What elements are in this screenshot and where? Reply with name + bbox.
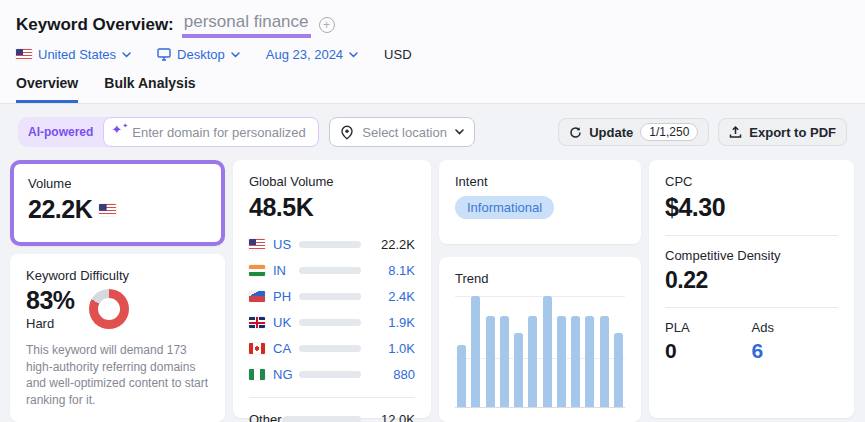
location-select[interactable]: Select location (329, 117, 475, 147)
device-filter-label: Desktop (177, 47, 225, 62)
difficulty-description: This keyword will demand 173 high-author… (26, 342, 209, 408)
domain-input[interactable] (103, 117, 319, 147)
country-row: CA 1.0K (249, 338, 415, 359)
country-volume-value[interactable]: 2.4K (371, 289, 415, 304)
volume-bar-track (299, 267, 361, 274)
ai-domain-control: AI-powered ✦✦ (18, 117, 319, 147)
column-3: Intent Informational Trend (439, 160, 641, 422)
competitive-density-section: Competitive Density 0.22 (665, 248, 838, 294)
us-flag-icon (16, 49, 32, 60)
trend-card: Trend (439, 257, 641, 422)
ads-block: Ads 6 (752, 320, 839, 363)
trend-bar (585, 316, 594, 407)
export-pdf-label: Export to PDF (749, 125, 836, 140)
volume-bar-track (299, 345, 361, 352)
trend-bar (528, 316, 537, 407)
country-code-link[interactable]: CA (273, 341, 299, 356)
chevron-down-icon (231, 52, 240, 58)
country-code-link[interactable]: IN (273, 263, 299, 278)
export-pdf-button[interactable]: Export to PDF (718, 118, 847, 146)
trend-bar (614, 333, 623, 407)
currency-label: USD (384, 47, 411, 62)
update-quota-badge: 1/1,250 (640, 123, 698, 141)
date-filter-label: Aug 23, 2024 (266, 47, 343, 62)
filters-row: United States Desktop Aug 23, 2024 USD (16, 47, 849, 62)
trend-chart (455, 296, 625, 408)
trend-bar (557, 316, 566, 407)
country-code-link[interactable]: PH (273, 289, 299, 304)
pla-value: 0 (665, 339, 752, 363)
toolbar-right: Update 1/1,250 Export to PDF (558, 118, 847, 146)
cpc-label: CPC (665, 174, 838, 189)
trend-bar (514, 333, 523, 407)
country-volume-value[interactable]: 880 (371, 367, 415, 382)
refresh-icon (569, 126, 582, 139)
country-volume-value[interactable]: 8.1K (371, 263, 415, 278)
update-button[interactable]: Update 1/1,250 (558, 118, 709, 146)
add-keyword-icon[interactable]: + (319, 17, 335, 33)
trend-bar (571, 316, 580, 407)
global-volume-rows: US 22.2K IN 8.1K PH 2.4K (249, 234, 415, 422)
intent-badge[interactable]: Informational (455, 196, 554, 219)
competitive-density-value: 0.22 (665, 267, 838, 294)
toolbar: AI-powered ✦✦ Select location Update 1/1… (18, 117, 847, 147)
country-row: PH 2.4K (249, 286, 415, 307)
canada-flag-icon (249, 343, 265, 354)
metrics-card: CPC $4.30 Competitive Density 0.22 PLA 0… (649, 160, 854, 418)
other-volume-value: 12.0K (371, 412, 415, 422)
country-volume-value[interactable]: 1.0K (371, 341, 415, 356)
volume-label: Volume (28, 176, 207, 191)
chart-baseline (455, 407, 625, 408)
us-flag-icon (99, 204, 116, 216)
chevron-down-icon (455, 129, 464, 135)
country-filter[interactable]: United States (16, 47, 131, 62)
domain-input-wrap: ✦✦ (103, 117, 319, 147)
difficulty-donut (89, 289, 129, 329)
difficulty-value: 83% (26, 286, 75, 315)
global-volume-label: Global Volume (249, 174, 415, 189)
update-button-label: Update (589, 125, 633, 140)
country-row: US 22.2K (249, 234, 415, 255)
global-volume-value: 48.5K (249, 193, 415, 222)
sparkles-icon: ✦✦ (111, 122, 128, 137)
country-code-link[interactable]: UK (273, 315, 299, 330)
cpc-value: $4.30 (665, 193, 838, 222)
country-volume-value[interactable]: 1.9K (371, 315, 415, 330)
volume-value: 22.2K (28, 195, 92, 224)
tab-bulk-analysis[interactable]: Bulk Analysis (104, 75, 195, 103)
nigeria-flag-icon (249, 369, 265, 380)
difficulty-level: Hard (26, 316, 75, 331)
cpc-section: CPC $4.30 (665, 174, 838, 222)
volume-bar-track (299, 319, 361, 326)
trend-bar (500, 316, 509, 407)
other-label: Other (249, 412, 283, 422)
volume-card: Volume 22.2K (10, 160, 225, 246)
title-row: Keyword Overview: personal finance + (16, 12, 849, 38)
country-row: NG 880 (249, 364, 415, 385)
location-pin-icon (340, 125, 354, 140)
philippines-flag-icon (249, 291, 265, 302)
difficulty-main: 83% Hard (26, 286, 209, 331)
pla-ads-section: PLA 0 Ads 6 (665, 320, 838, 363)
country-code-link[interactable]: NG (273, 367, 299, 382)
column-2: Global Volume 48.5K US 22.2K IN 8.1K (233, 160, 431, 422)
other-row: Other 12.0K (249, 409, 415, 422)
trend-bar (471, 296, 480, 407)
upload-icon (729, 125, 742, 139)
volume-bar-track (299, 241, 361, 248)
country-row: UK 1.9K (249, 312, 415, 333)
trend-bars (457, 296, 623, 407)
ads-value[interactable]: 6 (752, 339, 839, 363)
country-code-link[interactable]: US (273, 237, 299, 252)
keyword-difficulty-card: Keyword Difficulty 83% Hard This keyword… (10, 254, 225, 422)
ai-powered-badge: AI-powered (18, 125, 103, 139)
device-filter[interactable]: Desktop (157, 47, 240, 62)
difficulty-label: Keyword Difficulty (26, 268, 209, 283)
volume-bar-track (299, 293, 361, 300)
country-row: IN 8.1K (249, 260, 415, 281)
intent-card: Intent Informational (439, 160, 641, 244)
trend-bar (600, 316, 609, 407)
date-filter[interactable]: Aug 23, 2024 (266, 47, 358, 62)
pla-block: PLA 0 (665, 320, 752, 363)
tab-overview[interactable]: Overview (16, 75, 78, 103)
